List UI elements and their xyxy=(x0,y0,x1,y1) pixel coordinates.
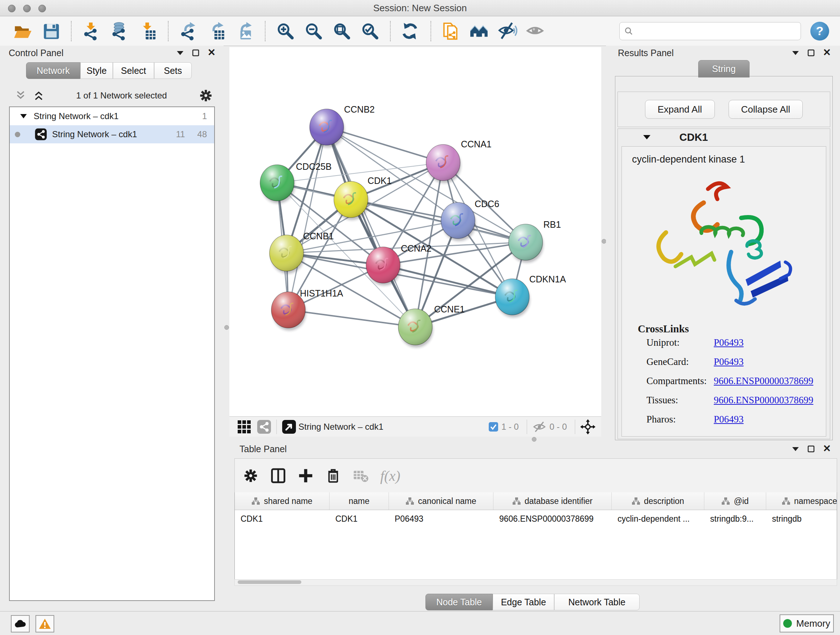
fit-content-crosshair-icon[interactable] xyxy=(580,419,595,434)
tab-edge-table[interactable]: Edge Table xyxy=(493,594,554,610)
import-table-file-button[interactable] xyxy=(137,21,158,42)
grid-view-icon[interactable] xyxy=(237,420,251,434)
save-session-button[interactable] xyxy=(41,21,62,42)
zoom-out-button[interactable] xyxy=(303,21,324,42)
panel-menu-icon[interactable] xyxy=(791,50,799,55)
node-CDKN1A[interactable] xyxy=(495,279,530,318)
tab-style[interactable]: Style xyxy=(80,62,113,79)
cell-database-identifier[interactable]: 9606.ENSP00000378699 xyxy=(493,510,612,527)
collapse-all-button[interactable]: Collapse All xyxy=(729,100,803,119)
cell-namespace[interactable]: stringdb xyxy=(766,510,837,527)
close-panel-icon[interactable]: ✕ xyxy=(823,444,831,454)
node-CDK1[interactable] xyxy=(334,181,369,220)
network-tree-row[interactable]: String Network – cdk11 xyxy=(10,107,214,125)
export-table-button[interactable] xyxy=(206,21,227,42)
column-header-database-identifier[interactable]: database identifier xyxy=(493,492,612,510)
crosslink-value-link[interactable]: P06493 xyxy=(714,356,744,367)
network-share-view-icon[interactable] xyxy=(257,420,271,434)
birdseye-view-icon[interactable] xyxy=(282,420,296,434)
tab-string[interactable]: String xyxy=(698,60,750,78)
close-panel-icon[interactable]: ✕ xyxy=(207,48,216,57)
houses-button[interactable] xyxy=(469,21,490,42)
cell-shared-name[interactable]: CDK1 xyxy=(235,510,330,527)
node-table[interactable]: shared namename canonical name database … xyxy=(234,492,837,585)
create-column-plus-icon[interactable] xyxy=(296,466,315,485)
close-panel-icon[interactable]: ✕ xyxy=(823,48,831,57)
edge-CCNB2-HIST1H1A[interactable] xyxy=(288,127,327,310)
node-label-CCNE1: CCNE1 xyxy=(434,304,465,314)
share-document-button[interactable] xyxy=(441,21,462,42)
cell--id[interactable]: stringdb:9... xyxy=(704,510,766,527)
node-CCNB2[interactable] xyxy=(309,109,344,148)
bottom-splitter-handle[interactable] xyxy=(532,437,537,442)
node-CDC6[interactable] xyxy=(441,203,476,241)
tab-network-table[interactable]: Network Table xyxy=(554,594,639,610)
network-tree-row[interactable]: String Network – cdk11148 xyxy=(10,125,214,143)
eye-button[interactable] xyxy=(525,21,546,42)
search-input[interactable] xyxy=(633,24,801,38)
cell-description[interactable]: cyclin-dependent ... xyxy=(612,510,704,527)
network-options-gear-icon[interactable] xyxy=(198,88,213,103)
float-panel-icon[interactable] xyxy=(807,445,815,453)
node-CCNE1[interactable] xyxy=(398,309,433,348)
help-button[interactable]: ? xyxy=(810,22,829,41)
network-canvas[interactable]: CCNB2CCNA1CDC25BCDK1CDC6RB1CCNB1CCNA2CDK… xyxy=(229,47,601,416)
node-CCNB1[interactable] xyxy=(270,235,304,274)
crosslink-value-link[interactable]: P06493 xyxy=(714,414,744,425)
node-RB1[interactable] xyxy=(508,224,543,263)
node-CCNA2[interactable] xyxy=(366,247,401,286)
node-CCNA1[interactable] xyxy=(426,144,461,183)
warnings-button[interactable] xyxy=(35,615,54,632)
column-header-namespace[interactable]: namespace xyxy=(766,492,837,510)
tab-network[interactable]: Network xyxy=(26,62,80,79)
zoom-fit-button[interactable] xyxy=(332,21,352,42)
expand-all-button[interactable]: Expand All xyxy=(645,100,715,119)
zoom-selected-button[interactable] xyxy=(360,21,381,42)
column-header--id[interactable]: @id xyxy=(704,492,766,510)
show-columns-icon[interactable] xyxy=(269,466,287,485)
column-header-label: description xyxy=(644,496,684,506)
hide-graphics-eye-button[interactable] xyxy=(497,21,518,42)
cloud-status-button[interactable] xyxy=(11,615,30,632)
collapse-entry-icon[interactable] xyxy=(643,134,651,140)
delete-column-trash-icon[interactable] xyxy=(324,466,343,485)
float-panel-icon[interactable] xyxy=(807,49,815,57)
table-horizontal-scrollbar[interactable] xyxy=(234,579,837,586)
tree-expander-icon[interactable] xyxy=(20,114,27,119)
open-session-button[interactable] xyxy=(12,21,33,42)
table-settings-gear-icon[interactable] xyxy=(241,466,260,485)
expand-all-tree-icon[interactable] xyxy=(33,90,45,101)
cell-canonical-name[interactable]: P06493 xyxy=(389,510,493,527)
crosslink-row: Compartments:9606.ENSP00000378699 xyxy=(646,375,826,386)
tab-select[interactable]: Select xyxy=(113,62,154,79)
collapse-all-tree-icon[interactable] xyxy=(14,90,27,101)
tab-sets[interactable]: Sets xyxy=(154,62,192,79)
edge-HIST1H1A-CCNE1[interactable] xyxy=(288,310,415,327)
crosslink-value-link[interactable]: 9606.ENSP00000378699 xyxy=(714,375,813,386)
crosslink-value-link[interactable]: P06493 xyxy=(714,337,744,348)
column-header-description[interactable]: description xyxy=(612,492,704,510)
column-header-canonical-name[interactable]: canonical name xyxy=(389,492,493,510)
memory-button[interactable]: Memory xyxy=(780,614,834,632)
import-network-file-button[interactable] xyxy=(81,21,102,42)
column-header-name[interactable]: name xyxy=(330,492,389,510)
crosslink-value-link[interactable]: 9606.ENSP00000378699 xyxy=(714,394,813,406)
zoom-in-button[interactable] xyxy=(275,21,296,42)
search-box[interactable] xyxy=(619,22,801,40)
refresh-view-button[interactable] xyxy=(400,21,421,42)
string-network-graph[interactable]: CCNB2CCNA1CDC25BCDK1CDC6RB1CCNB1CCNA2CDK… xyxy=(229,47,601,416)
export-image-button[interactable] xyxy=(234,21,256,42)
import-network-database-button[interactable] xyxy=(109,21,130,42)
panel-menu-icon[interactable] xyxy=(791,447,799,451)
node-CDC25B[interactable] xyxy=(260,165,295,203)
cell-name[interactable]: CDK1 xyxy=(330,510,389,527)
column-header-shared-name[interactable]: shared name xyxy=(235,492,330,510)
tab-node-table[interactable]: Node Table xyxy=(425,594,493,610)
scrollbar-thumb[interactable] xyxy=(238,580,302,584)
share-document-icon xyxy=(441,21,461,41)
selected-count-checkbox-icon[interactable] xyxy=(488,422,499,432)
export-network-button[interactable] xyxy=(178,21,199,42)
left-splitter-handle[interactable] xyxy=(224,325,229,330)
float-panel-icon[interactable] xyxy=(192,49,199,57)
panel-menu-icon[interactable] xyxy=(176,50,184,55)
